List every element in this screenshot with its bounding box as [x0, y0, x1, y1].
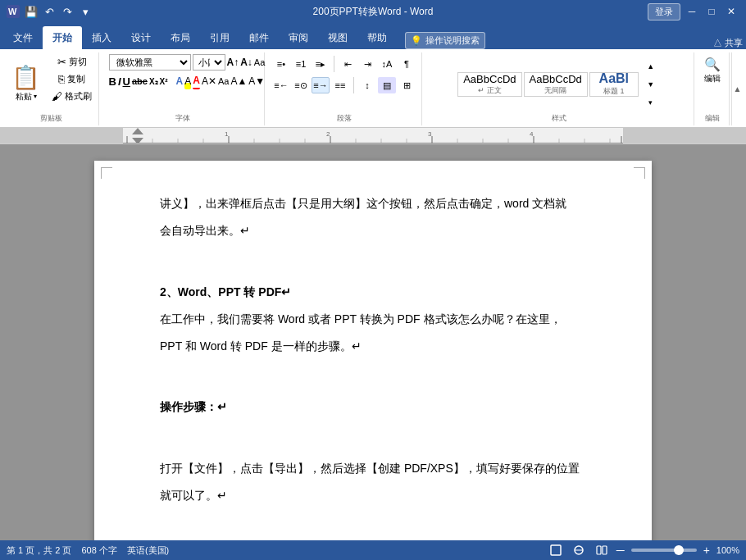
- line-spacing-button[interactable]: ↕: [358, 77, 376, 93]
- decrease-indent-button[interactable]: ⇤: [339, 56, 357, 72]
- zoom-minus-button[interactable]: ─: [616, 544, 625, 557]
- para-7: [160, 363, 586, 384]
- close-button[interactable]: ✕: [723, 3, 739, 20]
- minimize-button[interactable]: ─: [684, 3, 700, 20]
- search-icon: 🔍: [704, 57, 721, 72]
- font-name-select[interactable]: 微软雅黑: [109, 54, 191, 71]
- font-group-label: 字体: [175, 113, 190, 124]
- style-no-spacing[interactable]: AaBbCcDd 无间隔: [524, 72, 588, 97]
- word-count: 608 个字: [81, 544, 116, 557]
- svg-rect-35: [597, 546, 601, 554]
- styles-scroll-up[interactable]: ▲: [642, 58, 660, 75]
- font-size-decrease-button[interactable]: A↓: [240, 54, 252, 71]
- clear-formatting-button[interactable]: A✕: [202, 73, 216, 89]
- bullet-list-button[interactable]: ≡•: [272, 56, 290, 72]
- maximize-button[interactable]: □: [703, 3, 720, 20]
- svg-text:2: 2: [326, 130, 330, 138]
- text-effects-button[interactable]: A: [176, 73, 184, 89]
- zoom-level[interactable]: 100%: [716, 545, 739, 555]
- para-1: 讲义】，出来弹框后点击【只是用大纲】这个按钮，然后点击确定，word 文档就: [160, 193, 586, 214]
- zoom-slider[interactable]: [631, 549, 697, 552]
- para-10: 打开【文件】，点击【导出】，然后选择【创建 PDF/XPS】，填写好要保存的位置: [160, 458, 586, 479]
- copy-button[interactable]: ⎘ 复制: [48, 71, 95, 87]
- styles-group-label: 样式: [552, 113, 566, 124]
- customize-button[interactable]: ▾: [77, 3, 93, 20]
- undo-button[interactable]: ↶: [41, 3, 57, 20]
- svg-rect-36: [603, 546, 607, 554]
- para-13: [160, 540, 586, 540]
- sort-button[interactable]: ↕A: [378, 56, 396, 72]
- svg-text:3: 3: [428, 130, 432, 138]
- login-button[interactable]: 登录: [648, 3, 680, 20]
- tab-file[interactable]: 文件: [3, 26, 43, 49]
- show-marks-button[interactable]: ¶: [398, 56, 416, 72]
- redo-button[interactable]: ↷: [59, 3, 75, 20]
- align-left-button[interactable]: ≡←: [272, 77, 290, 93]
- format-painter-label: 格式刷: [65, 90, 92, 102]
- style-normal-sublabel: ↵ 正文: [478, 85, 502, 96]
- language-indicator[interactable]: 英语(美国): [127, 544, 169, 557]
- tab-references[interactable]: 引用: [200, 26, 239, 49]
- change-case-button[interactable]: Aa: [218, 73, 229, 89]
- italic-button[interactable]: I: [118, 73, 121, 89]
- find-button[interactable]: 🔍 编辑: [699, 54, 726, 87]
- font-size-select[interactable]: 小四: [193, 54, 225, 71]
- para-6: PPT 和 Word 转 PDF 是一样的步骤。↵: [160, 336, 586, 357]
- cut-button[interactable]: ✂ 剪切: [48, 54, 95, 70]
- font-size-grow-button[interactable]: A▲: [230, 73, 247, 89]
- multilevel-list-button[interactable]: ≡▸: [312, 56, 330, 72]
- tab-review[interactable]: 审阅: [279, 26, 318, 49]
- font-size-shrink-button[interactable]: A▼: [248, 73, 265, 89]
- zoom-slider-thumb[interactable]: [674, 545, 684, 555]
- cut-icon: ✂: [57, 56, 66, 68]
- style-heading1[interactable]: AaBl 标题 1: [589, 72, 639, 97]
- styles-scroll-down[interactable]: ▼: [642, 76, 660, 93]
- tab-mailings[interactable]: 邮件: [239, 26, 279, 49]
- text-highlight-button[interactable]: A: [184, 73, 191, 89]
- numbered-list-button[interactable]: ≡1: [292, 56, 310, 72]
- web-layout-button[interactable]: [571, 542, 587, 558]
- underline-button[interactable]: U: [123, 73, 130, 89]
- superscript-button[interactable]: X²: [160, 73, 168, 89]
- tab-home[interactable]: 开始: [43, 26, 82, 49]
- align-center-button[interactable]: ≡⊙: [292, 77, 310, 93]
- format-painter-button[interactable]: 🖌 格式刷: [48, 89, 95, 104]
- ribbon-collapse-button[interactable]: ▲: [731, 52, 743, 125]
- font-color-button[interactable]: A: [193, 73, 200, 89]
- paste-button[interactable]: 📋 粘贴 ▾: [7, 54, 45, 114]
- tab-insert[interactable]: 插入: [82, 26, 121, 49]
- print-layout-button[interactable]: [548, 542, 564, 558]
- save-button[interactable]: 💾: [23, 3, 39, 20]
- paste-dropdown-icon[interactable]: ▾: [34, 93, 37, 100]
- font-size-increase-button[interactable]: A↑: [227, 54, 239, 71]
- justify-button[interactable]: ≡≡: [331, 77, 349, 93]
- font-options-button[interactable]: Aa: [254, 54, 265, 71]
- tab-design[interactable]: 设计: [121, 26, 161, 49]
- ribbon-tabs-right: △ 共享: [713, 37, 743, 49]
- document-page: 讲义】，出来弹框后点击【只是用大纲】这个按钮，然后点击确定，word 文档就 会…: [94, 161, 652, 540]
- shading-button[interactable]: ▤: [378, 77, 396, 93]
- subscript-button[interactable]: X₂: [149, 73, 158, 89]
- clipboard-area: 📋 粘贴 ▾ ✂ 剪切 ⎘ 复制 🖌 格式刷: [7, 54, 95, 114]
- tab-view[interactable]: 视图: [318, 26, 357, 49]
- tab-layout[interactable]: 布局: [161, 26, 200, 49]
- borders-button[interactable]: ⊞: [398, 77, 416, 93]
- cut-label: 剪切: [69, 56, 87, 68]
- tab-help[interactable]: 帮助: [357, 26, 397, 49]
- editing-label: 编辑: [704, 73, 721, 84]
- share-button[interactable]: △ 共享: [713, 37, 743, 49]
- zoom-plus-button[interactable]: +: [703, 544, 710, 557]
- strikethrough-button[interactable]: abc: [132, 73, 148, 89]
- search-box[interactable]: 💡 操作说明搜索: [405, 32, 485, 49]
- styles-expand[interactable]: ▾: [642, 94, 660, 111]
- read-mode-button[interactable]: [594, 542, 610, 558]
- style-normal[interactable]: AaBbCcDd ↵ 正文: [457, 72, 521, 97]
- svg-rect-3: [623, 128, 746, 144]
- paragraph-group-label: 段落: [337, 113, 352, 124]
- lightbulb-icon: 💡: [411, 35, 422, 46]
- increase-indent-button[interactable]: ⇥: [358, 56, 376, 72]
- align-right-button[interactable]: ≡→: [312, 77, 330, 93]
- title-bar-left: W 💾 ↶ ↷ ▾: [7, 3, 93, 20]
- bold-button[interactable]: B: [109, 73, 116, 89]
- para-4-heading: 2、Word、PPT 转 PDF↵: [160, 282, 586, 303]
